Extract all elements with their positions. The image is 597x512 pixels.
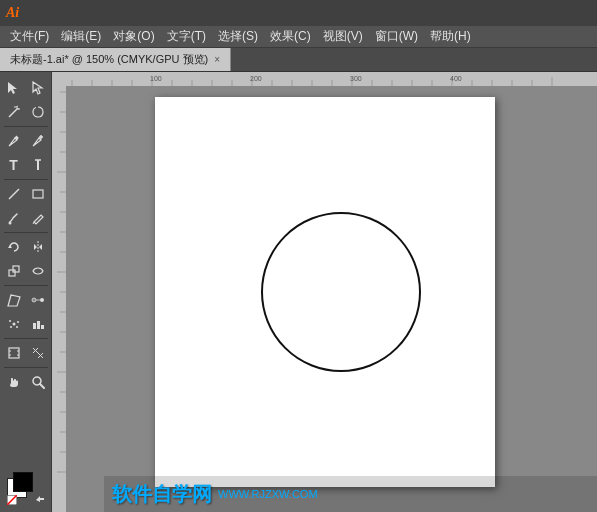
watermark-url: WWW.RJZXW.COM: [218, 488, 318, 500]
type-tool[interactable]: T: [2, 153, 26, 177]
svg-point-15: [8, 222, 11, 225]
menu-item-8[interactable]: 帮助(H): [424, 26, 477, 47]
rectangle-tool[interactable]: [26, 182, 50, 206]
svg-point-24: [32, 298, 36, 302]
line-tool[interactable]: [2, 182, 26, 206]
svg-rect-32: [33, 323, 36, 329]
menu-item-5[interactable]: 效果(C): [264, 26, 317, 47]
svg-text:300: 300: [350, 75, 362, 82]
watermark-chinese: 软件自学网: [112, 481, 212, 508]
stroke-color-box[interactable]: [13, 472, 33, 492]
title-bar: Ai: [0, 0, 597, 26]
column-graph-tool[interactable]: [26, 312, 50, 336]
toolbar-divider-3: [4, 232, 48, 233]
ruler-horizontal: 100 200 300 400: [52, 72, 597, 86]
lasso-tool[interactable]: [26, 100, 50, 124]
svg-marker-20: [39, 244, 42, 250]
svg-point-25: [40, 298, 44, 302]
svg-text:200: 200: [250, 75, 262, 82]
toolbar-divider-2: [4, 179, 48, 180]
artboard-tool[interactable]: [2, 341, 26, 365]
svg-line-16: [33, 222, 34, 224]
menu-item-3[interactable]: 文字(T): [161, 26, 212, 47]
none-indicator: [7, 494, 17, 504]
toolbar: T: [0, 72, 52, 512]
svg-marker-1: [33, 82, 42, 94]
tab-bar: 未标题-1.ai* @ 150% (CMYK/GPU 预览) ×: [0, 48, 597, 72]
color-indicator: [3, 468, 49, 508]
magic-wand-tool[interactable]: [2, 100, 26, 124]
svg-rect-44: [52, 72, 597, 86]
svg-point-29: [17, 321, 19, 323]
ai-logo: Ai: [6, 5, 19, 21]
svg-rect-35: [9, 348, 19, 358]
toolbar-divider-6: [4, 367, 48, 368]
svg-point-27: [12, 323, 15, 326]
direct-selection-tool[interactable]: [26, 76, 50, 100]
menu-bar: 文件(F)编辑(E)对象(O)文字(T)选择(S)效果(C)视图(V)窗口(W)…: [0, 26, 597, 48]
menu-item-2[interactable]: 对象(O): [107, 26, 160, 47]
menu-item-7[interactable]: 窗口(W): [369, 26, 424, 47]
toolbar-divider-4: [4, 285, 48, 286]
svg-text:100: 100: [150, 75, 162, 82]
artboard[interactable]: [155, 97, 495, 487]
menu-item-4[interactable]: 选择(S): [212, 26, 264, 47]
warp-tool[interactable]: [26, 259, 50, 283]
tab-label: 未标题-1.ai* @ 150% (CMYK/GPU 预览): [10, 52, 208, 67]
svg-text:400: 400: [450, 75, 462, 82]
pencil-tool[interactable]: [26, 206, 50, 230]
selection-tool[interactable]: [2, 76, 26, 100]
svg-line-2: [9, 109, 17, 117]
menu-item-6[interactable]: 视图(V): [317, 26, 369, 47]
svg-marker-0: [8, 82, 17, 94]
paintbrush-tool[interactable]: [2, 206, 26, 230]
swap-colors[interactable]: [35, 494, 45, 504]
svg-rect-21: [9, 270, 15, 276]
free-distort-tool[interactable]: [2, 288, 26, 312]
zoom-tool[interactable]: [26, 370, 50, 394]
svg-line-41: [40, 384, 44, 388]
svg-line-13: [9, 189, 19, 199]
svg-marker-19: [34, 244, 37, 250]
svg-rect-34: [41, 325, 44, 329]
reflect-tool[interactable]: [26, 235, 50, 259]
menu-item-0[interactable]: 文件(F): [4, 26, 55, 47]
circle-drawing: [261, 212, 421, 372]
rotate-tool[interactable]: [2, 235, 26, 259]
svg-marker-23: [8, 295, 20, 306]
pen-tool[interactable]: [2, 129, 26, 153]
scale-tool[interactable]: [2, 259, 26, 283]
svg-rect-14: [33, 190, 43, 198]
tab-close-button[interactable]: ×: [214, 54, 220, 65]
watermark-area: 软件自学网 WWW.RJZXW.COM: [104, 476, 597, 512]
svg-rect-33: [37, 321, 40, 329]
canvas-area[interactable]: 100 200 300 400: [52, 72, 597, 512]
svg-point-30: [10, 326, 12, 328]
svg-rect-22: [13, 266, 19, 272]
hand-tool[interactable]: [2, 370, 26, 394]
vertical-type-tool[interactable]: [26, 153, 50, 177]
document-tab[interactable]: 未标题-1.ai* @ 150% (CMYK/GPU 预览) ×: [0, 48, 231, 71]
toolbar-divider-5: [4, 338, 48, 339]
add-anchor-tool[interactable]: [26, 129, 50, 153]
symbol-sprayer-tool[interactable]: [2, 312, 26, 336]
svg-line-6: [16, 106, 18, 107]
toolbar-divider-1: [4, 126, 48, 127]
svg-point-31: [16, 326, 18, 328]
ruler-vertical: [52, 72, 66, 512]
workspace: T: [0, 72, 597, 512]
svg-point-28: [9, 320, 11, 322]
blend-tool[interactable]: [26, 288, 50, 312]
menu-item-1[interactable]: 编辑(E): [55, 26, 107, 47]
slice-tool[interactable]: [26, 341, 50, 365]
svg-marker-17: [8, 245, 12, 248]
